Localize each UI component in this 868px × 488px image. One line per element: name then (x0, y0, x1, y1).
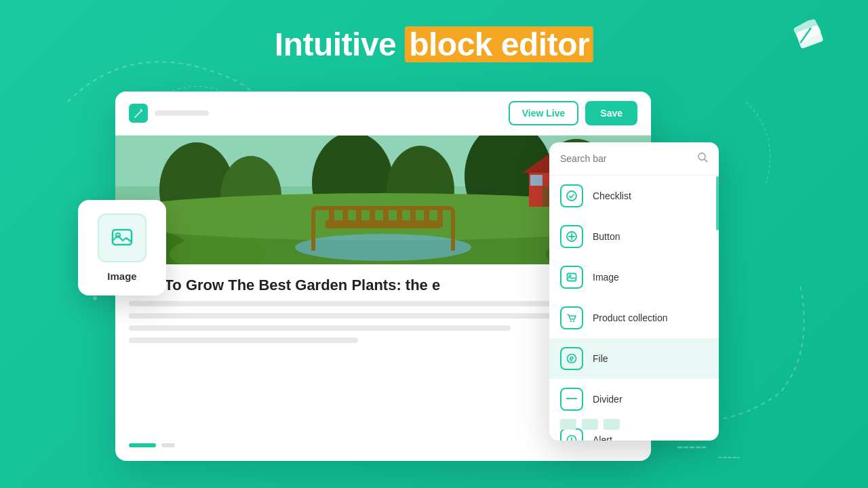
svg-rect-26 (356, 210, 361, 224)
panel-dot-2 (582, 419, 598, 430)
image-icon (560, 266, 583, 289)
svg-rect-25 (342, 210, 348, 224)
svg-point-50 (573, 321, 574, 322)
svg-point-15 (387, 146, 454, 234)
panel-dot-3 (604, 419, 620, 430)
toolbar-left (129, 104, 209, 123)
editor-toolbar: View Live Save (115, 92, 651, 136)
svg-point-14 (312, 136, 393, 234)
search-icon (697, 152, 708, 165)
pagination-dot-1 (129, 443, 156, 447)
block-panel: Checklist Button Image (549, 142, 719, 441)
image-float-card: Image (78, 200, 166, 296)
image-card-icon-box (98, 214, 146, 262)
pagination-dot-2 (161, 443, 175, 447)
main-heading: Intuitive block editor (275, 26, 593, 63)
block-item-product-collection[interactable]: Product collection (549, 298, 719, 338)
svg-point-21 (295, 234, 471, 261)
button-label: Button (593, 231, 620, 242)
block-item-divider[interactable]: Divider (549, 379, 719, 420)
alert-label: Alert (593, 434, 612, 441)
svg-rect-22 (326, 220, 441, 228)
svg-rect-24 (437, 207, 443, 227)
search-input[interactable] (560, 153, 692, 164)
svg-rect-23 (329, 207, 334, 227)
block-item-button[interactable]: Button (549, 216, 719, 257)
editor-pagination (129, 443, 175, 447)
image-label: Image (593, 272, 619, 283)
block-item-image[interactable]: Image (549, 257, 719, 298)
content-line-4 (129, 338, 358, 343)
view-live-button[interactable]: View Live (509, 101, 579, 125)
svg-rect-35 (530, 175, 542, 186)
file-label: File (593, 353, 608, 364)
svg-rect-27 (370, 210, 375, 224)
image-card-label: Image (107, 270, 136, 282)
button-icon (560, 225, 583, 248)
block-search-container (549, 142, 719, 176)
heading-highlight: block editor (405, 26, 593, 62)
svg-rect-30 (410, 210, 416, 224)
product-collection-icon (560, 306, 583, 329)
svg-rect-31 (424, 210, 429, 224)
file-icon (560, 347, 583, 370)
divider-label: Divider (593, 394, 623, 405)
svg-rect-29 (397, 210, 402, 224)
panel-dot-1 (560, 419, 576, 430)
svg-rect-28 (383, 210, 389, 224)
save-button[interactable]: Save (585, 101, 637, 125)
divider-icon (560, 388, 583, 411)
alert-icon (560, 428, 583, 441)
panel-bottom-dots (560, 419, 620, 430)
content-line-3 (129, 325, 511, 331)
panel-scrollbar (716, 176, 719, 230)
heading-plain: Intuitive (275, 26, 405, 62)
checklist-icon (560, 184, 583, 207)
block-list: Checklist Button Image (549, 176, 719, 441)
svg-line-42 (705, 159, 707, 162)
toolbar-right: View Live Save (509, 101, 637, 125)
toolbar-logo (129, 104, 148, 123)
svg-point-43 (567, 191, 576, 201)
product-collection-label: Product collection (593, 312, 668, 323)
block-item-file[interactable]: File (549, 338, 719, 379)
checklist-label: Checklist (593, 190, 631, 201)
toolbar-title-bar (155, 110, 209, 116)
block-item-checklist[interactable]: Checklist (549, 176, 719, 216)
svg-point-49 (570, 321, 572, 322)
top-decoration-icon (791, 18, 830, 59)
